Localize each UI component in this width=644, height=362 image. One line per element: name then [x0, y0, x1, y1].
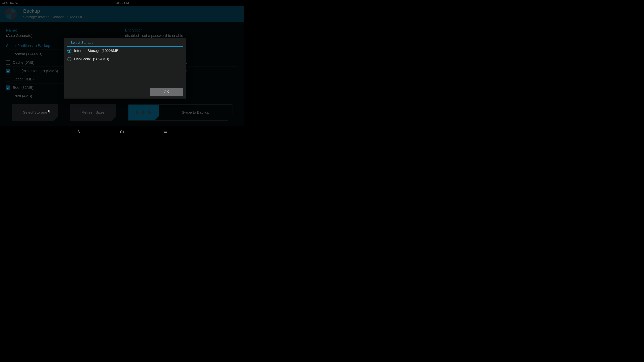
nav-bar — [0, 126, 244, 137]
storage-option-label: Internal Storage (10228MB) — [74, 49, 120, 53]
radio-button[interactable] — [68, 49, 72, 53]
storage-option[interactable]: Usb1-sda1 (2824MB) — [67, 55, 183, 63]
radio-button[interactable] — [68, 57, 72, 61]
select-storage-dialog: Select Storage Internal Storage (10228MB… — [64, 38, 186, 98]
home-icon[interactable] — [120, 129, 124, 134]
ok-button[interactable]: OK — [150, 88, 183, 96]
back-icon[interactable] — [76, 129, 81, 134]
storage-option-label: Usb1-sda1 (2824MB) — [74, 57, 109, 61]
menu-icon[interactable] — [163, 129, 168, 134]
dialog-title: Select Storage — [67, 38, 183, 46]
storage-options-list: Internal Storage (10228MB)Usb1-sda1 (282… — [64, 46, 186, 63]
storage-option[interactable]: Internal Storage (10228MB) — [67, 46, 183, 55]
